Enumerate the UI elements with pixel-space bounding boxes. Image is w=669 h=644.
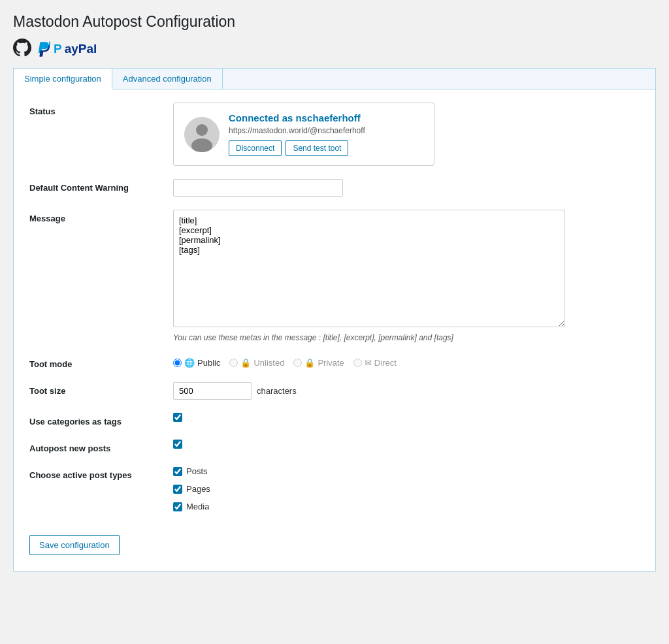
post-type-posts-label: Posts — [186, 466, 208, 476]
post-type-media-checkbox[interactable] — [173, 502, 182, 511]
toot-mode-unlisted[interactable]: 🔒 Unlisted — [229, 358, 284, 368]
disconnect-button[interactable]: Disconnect — [229, 140, 282, 156]
status-info: Connected as nschaeferhoff https://masto… — [229, 112, 365, 156]
toot-mode-control: 🌐 Public 🔒 Unlisted 🔒 Private — [173, 355, 640, 368]
autopost-label: Autopost new posts — [29, 440, 173, 453]
post-type-media[interactable]: Media — [173, 502, 640, 511]
status-control: Connected as nschaeferhoff https://masto… — [173, 103, 640, 166]
tab-simple[interactable]: Simple configuration — [14, 69, 112, 89]
toot-size-input[interactable] — [173, 382, 252, 400]
tabs-header: Simple configuration Advanced configurat… — [14, 69, 655, 89]
content-warning-label: Default Content Warning — [29, 179, 173, 193]
toot-size-inner: characters — [173, 382, 640, 400]
post-type-pages-checkbox[interactable] — [173, 485, 182, 494]
message-control: [title] [excerpt] [permalink] [tags] You… — [173, 210, 640, 342]
status-buttons: Disconnect Send test toot — [229, 140, 365, 156]
toot-size-row: Toot size characters — [29, 382, 640, 400]
post-types-row: Choose active post types Posts Pages Med… — [29, 466, 640, 515]
post-type-media-label: Media — [186, 502, 209, 511]
toot-mode-private[interactable]: 🔒 Private — [293, 358, 344, 368]
save-row: Save configuration — [29, 528, 640, 555]
toot-mode-public[interactable]: 🌐 Public — [173, 358, 220, 368]
message-hint: You can use these metas in the message :… — [173, 333, 640, 342]
content-warning-row: Default Content Warning — [29, 179, 640, 197]
tab-advanced[interactable]: Advanced configuration — [112, 69, 223, 89]
post-type-posts[interactable]: Posts — [173, 466, 640, 476]
github-icon[interactable] — [13, 39, 31, 59]
tabs-container: Simple configuration Advanced configurat… — [13, 68, 656, 572]
post-types-group: Posts Pages Media — [173, 466, 640, 515]
globe-icon: 🌐 — [184, 358, 195, 368]
lock-icon-private: 🔒 — [304, 358, 315, 368]
page-title: Mastodon Autopost Configuration — [13, 13, 656, 31]
send-test-toot-button[interactable]: Send test toot — [286, 140, 348, 156]
message-label: Message — [29, 210, 173, 223]
status-box: Connected as nschaeferhoff https://masto… — [173, 103, 434, 166]
save-button[interactable]: Save configuration — [29, 535, 120, 555]
paypal-logo[interactable]: PayPal — [38, 41, 97, 57]
characters-label: characters — [257, 386, 297, 396]
post-types-label: Choose active post types — [29, 466, 173, 480]
message-textarea[interactable]: [title] [excerpt] [permalink] [tags] — [173, 210, 565, 327]
message-row: Message [title] [excerpt] [permalink] [t… — [29, 210, 640, 342]
toot-mode-row: Toot mode 🌐 Public 🔒 Unlisted — [29, 355, 640, 369]
status-label: Status — [29, 103, 173, 116]
use-categories-label: Use categories as tags — [29, 413, 173, 427]
tab-simple-content: Status Connected as nschaeferhoff — [14, 89, 655, 571]
autopost-checkbox[interactable] — [173, 440, 182, 449]
connected-name: Connected as nschaeferhoff — [229, 112, 365, 123]
autopost-control — [173, 440, 640, 451]
svg-point-2 — [191, 138, 212, 152]
branding-row: PayPal — [13, 39, 656, 59]
toot-size-label: Toot size — [29, 382, 173, 396]
post-type-pages[interactable]: Pages — [173, 484, 640, 494]
use-categories-row: Use categories as tags — [29, 413, 640, 427]
toot-mode-options: 🌐 Public 🔒 Unlisted 🔒 Private — [173, 355, 640, 368]
avatar — [184, 117, 220, 152]
toot-mode-label: Toot mode — [29, 355, 173, 369]
use-categories-checkbox[interactable] — [173, 413, 182, 422]
connected-url: https://mastodon.world/@nschaeferhoff — [229, 126, 365, 135]
post-type-posts-checkbox[interactable] — [173, 467, 182, 476]
status-row: Status Connected as nschaeferhoff — [29, 103, 640, 166]
content-warning-control — [173, 179, 640, 197]
content-warning-input[interactable] — [173, 179, 343, 197]
toot-size-control: characters — [173, 382, 640, 400]
use-categories-control — [173, 413, 640, 424]
svg-point-1 — [196, 124, 208, 136]
lock-icon-unlisted: 🔒 — [240, 358, 251, 368]
autopost-row: Autopost new posts — [29, 440, 640, 453]
toot-mode-direct[interactable]: ✉ Direct — [353, 358, 397, 368]
mail-icon: ✉ — [365, 358, 372, 368]
post-types-control: Posts Pages Media — [173, 466, 640, 515]
post-type-pages-label: Pages — [186, 484, 210, 494]
